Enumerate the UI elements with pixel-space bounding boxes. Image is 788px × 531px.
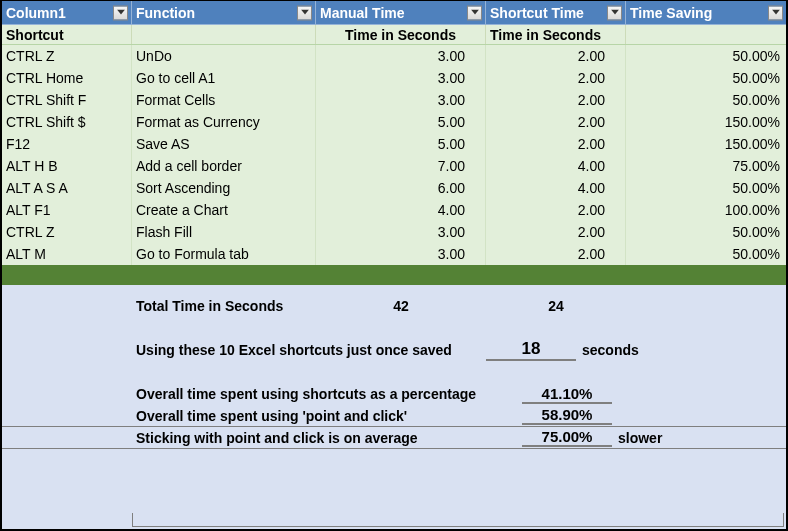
pointclick-pct-row: Overall time spent using 'point and clic… xyxy=(2,405,786,427)
summary-section: Total Time in Seconds 42 24 Using these … xyxy=(2,285,786,529)
cell-saving: 50.00% xyxy=(626,89,786,111)
cell-shortcut: ALT F1 xyxy=(2,199,132,221)
table-row: CTRL ZUnDo3.002.0050.00% xyxy=(2,45,786,67)
cell-saving: 50.00% xyxy=(626,221,786,243)
total-row: Total Time in Seconds 42 24 xyxy=(2,295,786,317)
cell-shortcut-time: 2.00 xyxy=(486,133,626,155)
shortcuts-pct-label: Overall time spent using shortcuts as a … xyxy=(132,386,522,402)
subheader-empty xyxy=(132,25,316,44)
cell-function: Add a cell border xyxy=(132,155,316,177)
header-function[interactable]: Function xyxy=(132,1,316,24)
spreadsheet-table: Column1 Function Manual Time Shortcut Ti… xyxy=(0,0,788,531)
subheader-empty2 xyxy=(626,25,786,44)
pointclick-pct-label: Overall time spent using 'point and clic… xyxy=(132,408,522,424)
cell-function: Sort Ascending xyxy=(132,177,316,199)
total-shortcut: 24 xyxy=(486,298,626,314)
header-label: Manual Time xyxy=(320,5,405,21)
table-row: ALT MGo to Formula tab3.002.0050.00% xyxy=(2,243,786,265)
cell-shortcut-time: 2.00 xyxy=(486,67,626,89)
cell-saving: 50.00% xyxy=(626,67,786,89)
cell-saving: 50.00% xyxy=(626,45,786,67)
cell-shortcut-time: 2.00 xyxy=(486,199,626,221)
cell-shortcut: CTRL Shift F xyxy=(2,89,132,111)
cell-shortcut: CTRL Home xyxy=(2,67,132,89)
cell-shortcut-time: 2.00 xyxy=(486,221,626,243)
total-manual: 42 xyxy=(316,298,486,314)
cell-function: Go to cell A1 xyxy=(132,67,316,89)
pointclick-pct-value: 58.90% xyxy=(522,406,612,425)
filter-dropdown-icon[interactable] xyxy=(113,5,128,20)
header-row: Column1 Function Manual Time Shortcut Ti… xyxy=(2,1,786,25)
table-row: CTRL Shift $Format as Currency5.002.0015… xyxy=(2,111,786,133)
cell-manual: 3.00 xyxy=(316,67,486,89)
cell-saving: 150.00% xyxy=(626,111,786,133)
svg-marker-0 xyxy=(117,10,125,15)
cell-function: UnDo xyxy=(132,45,316,67)
subheader-row: Shortcut Time in Seconds Time in Seconds xyxy=(2,25,786,45)
filter-dropdown-icon[interactable] xyxy=(467,5,482,20)
filter-dropdown-icon[interactable] xyxy=(607,5,622,20)
cell-manual: 3.00 xyxy=(316,45,486,67)
table-row: CTRL Shift FFormat Cells3.002.0050.00% xyxy=(2,89,786,111)
svg-marker-4 xyxy=(772,10,780,15)
saved-label: Using these 10 Excel shortcuts just once… xyxy=(132,342,486,358)
subheader-shortcut-time: Time in Seconds xyxy=(486,25,626,44)
saved-unit: seconds xyxy=(576,342,736,358)
cell-manual: 3.00 xyxy=(316,243,486,265)
table-row: ALT F1Create a Chart4.002.00100.00% xyxy=(2,199,786,221)
table-row: CTRL ZFlash Fill3.002.0050.00% xyxy=(2,221,786,243)
cell-shortcut: CTRL Z xyxy=(2,45,132,67)
subheader-shortcut: Shortcut xyxy=(2,25,132,44)
cell-function: Save AS xyxy=(132,133,316,155)
subheader-manual: Time in Seconds xyxy=(316,25,486,44)
cell-function: Create a Chart xyxy=(132,199,316,221)
filter-dropdown-icon[interactable] xyxy=(297,5,312,20)
table-row: F12Save AS5.002.00150.00% xyxy=(2,133,786,155)
cell-shortcut: CTRL Z xyxy=(2,221,132,243)
cell-shortcut: ALT M xyxy=(2,243,132,265)
cell-saving: 150.00% xyxy=(626,133,786,155)
header-label: Function xyxy=(136,5,195,21)
header-manual-time[interactable]: Manual Time xyxy=(316,1,486,24)
cell-shortcut: ALT A S A xyxy=(2,177,132,199)
total-label: Total Time in Seconds xyxy=(132,298,316,314)
header-shortcut-time[interactable]: Shortcut Time xyxy=(486,1,626,24)
header-column1[interactable]: Column1 xyxy=(2,1,132,24)
table-row: ALT A S ASort Ascending6.004.0050.00% xyxy=(2,177,786,199)
cell-shortcut-time: 2.00 xyxy=(486,89,626,111)
header-time-saving[interactable]: Time Saving xyxy=(626,1,786,24)
svg-marker-3 xyxy=(611,10,619,15)
cell-manual: 5.00 xyxy=(316,133,486,155)
slower-value: 75.00% xyxy=(522,428,612,447)
cell-manual: 7.00 xyxy=(316,155,486,177)
cell-shortcut-time: 2.00 xyxy=(486,243,626,265)
shortcuts-pct-value: 41.10% xyxy=(522,385,612,404)
cell-manual: 6.00 xyxy=(316,177,486,199)
svg-marker-2 xyxy=(471,10,479,15)
cell-shortcut-time: 2.00 xyxy=(486,111,626,133)
header-label: Time Saving xyxy=(630,5,712,21)
header-label: Shortcut Time xyxy=(490,5,584,21)
cell-function: Format as Currency xyxy=(132,111,316,133)
cell-manual: 5.00 xyxy=(316,111,486,133)
cell-manual: 3.00 xyxy=(316,221,486,243)
cell-manual: 4.00 xyxy=(316,199,486,221)
cell-function: Flash Fill xyxy=(132,221,316,243)
slower-row: Sticking with point and click is on aver… xyxy=(2,427,786,449)
table-row: CTRL HomeGo to cell A13.002.0050.00% xyxy=(2,67,786,89)
cell-function: Go to Formula tab xyxy=(132,243,316,265)
saved-value: 18 xyxy=(486,339,576,361)
slower-label: Sticking with point and click is on aver… xyxy=(132,430,522,446)
bottom-outline xyxy=(132,513,784,527)
cell-shortcut: CTRL Shift $ xyxy=(2,111,132,133)
data-body: CTRL ZUnDo3.002.0050.00%CTRL HomeGo to c… xyxy=(2,45,786,265)
header-label: Column1 xyxy=(6,5,66,21)
cell-shortcut: ALT H B xyxy=(2,155,132,177)
cell-function: Format Cells xyxy=(132,89,316,111)
shortcuts-pct-row: Overall time spent using shortcuts as a … xyxy=(2,383,786,405)
separator-band xyxy=(2,265,786,285)
filter-dropdown-icon[interactable] xyxy=(768,5,783,20)
cell-manual: 3.00 xyxy=(316,89,486,111)
cell-saving: 50.00% xyxy=(626,243,786,265)
cell-shortcut-time: 4.00 xyxy=(486,177,626,199)
